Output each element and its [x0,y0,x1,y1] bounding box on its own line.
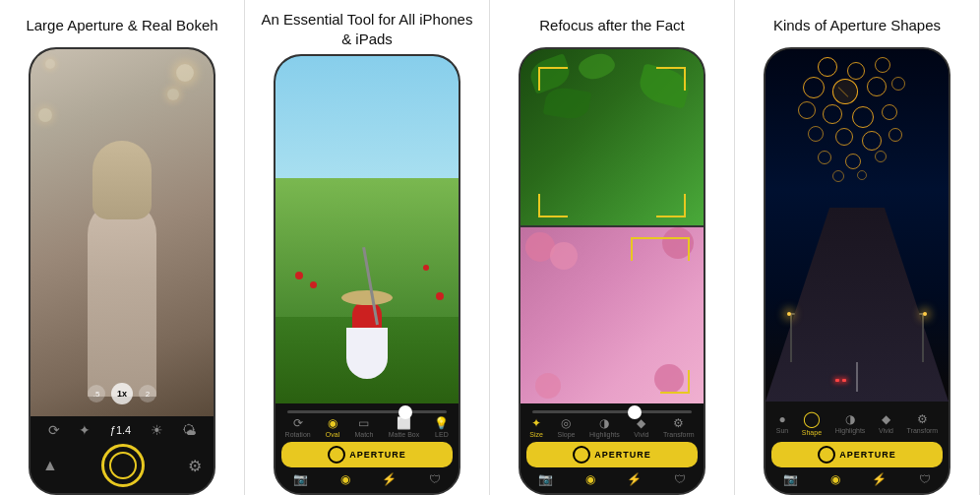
phone-1-toolbar: ⟳ ✦ ƒ1.4 ☀ 🌤 ▲ ⚙ [31,416,214,493]
aperture-inner-ring [109,452,137,479]
iso-dot-1x[interactable]: 1x [111,383,133,404]
sparkle-icon[interactable]: ✦ [79,422,91,438]
phone-3-screen [521,49,704,403]
phone-2-toolbar: ⟳ Rotation ◉ Oval ▭ Match ⬜ Matte Box 💡 [276,403,459,493]
tab-highlights[interactable]: ◑ Highlights [589,416,620,438]
btab-3-camera[interactable]: 📷 [538,472,553,486]
tab-transform[interactable]: ⚙ Transform [663,416,695,438]
iso-dot-05[interactable]: .5 [88,385,105,402]
slider-row-3 [522,407,702,416]
size-label: Size [529,431,543,438]
led-label: LED [435,431,449,438]
aperture-bar-2[interactable]: APERTURE [281,442,453,467]
focus-bracket-tl-1 [538,67,568,91]
oval-icon: ◉ [328,416,337,430]
vivid-shape-label: Vivid [879,427,893,434]
iso-dot-2[interactable]: 2 [139,385,156,402]
settings-gear-icon[interactable]: ⚙ [188,457,202,475]
aperture-bar-icon-3 [573,446,590,464]
shape-highlights[interactable]: ◑ Highlights [835,412,866,434]
slider-track-2[interactable] [287,410,447,413]
slider-row-2 [277,407,457,416]
shape-vivid[interactable]: ◆ Vivid [879,412,893,434]
sun-icon[interactable]: ☀ [151,422,163,438]
oval-shape-icon: ◯ [803,409,821,428]
focus-bracket-br-2 [660,370,690,394]
btab-3-shield[interactable]: 🛡 [674,472,686,486]
panel-3: Refocus after the Fact [490,0,735,495]
rotate-icon[interactable]: ⟳ [48,422,60,438]
cloud-icon[interactable]: 🌤 [182,422,196,438]
focus-bracket-tr-1 [656,67,686,91]
panel-1: Large Aperture & Real Bokeh .5 1x 2 ⟳ [0,0,245,495]
phone-3: ✦ Size ◎ Slope ◑ Highlights ◆ Vivid ⚙ [519,47,705,495]
toolbar-tabs-2: ⟳ Rotation ◉ Oval ▭ Match ⬜ Matte Box 💡 [277,416,457,438]
aperture-bar-icon-4 [818,446,835,464]
highlights-shape-label: Highlights [835,427,866,434]
tab-rotation[interactable]: ⟳ Rotation [285,416,311,438]
tab-vivid[interactable]: ◆ Vivid [634,416,648,438]
match-label: Match [354,431,373,438]
aperture-f-icon[interactable]: ƒ1.4 [110,424,131,436]
btab-aperture[interactable]: ◉ [340,472,350,486]
btab-4-aperture[interactable]: ◉ [830,472,840,486]
oval-shape-label: Shape [802,429,822,436]
sun-shape-label: Sun [776,427,788,434]
aperture-bar-3[interactable]: APERTURE [526,442,698,467]
phone-4: ● Sun ◯ Shape ◑ Highlights ◆ Vivid ⚙ T [764,47,950,495]
focus-bracket-bl-1 [538,194,568,217]
mattebox-label: Matte Box [389,431,420,438]
main-controls: ▲ ⚙ [38,444,206,487]
shape-oval[interactable]: ◯ Shape [802,409,822,436]
slope-icon: ◎ [561,416,571,430]
shape-transform[interactable]: ⚙ Transform [907,412,939,434]
aperture-bar-4[interactable]: APERTURE [771,442,943,467]
tab-match[interactable]: ▭ Match [354,416,373,438]
panel-2-title: An Essential Tool for All iPhones & iPad… [253,6,481,54]
focus-bracket-br-1 [656,194,686,217]
highlights-label: Highlights [589,431,620,438]
shapes-row: ● Sun ◯ Shape ◑ Highlights ◆ Vivid ⚙ T [767,405,947,440]
btab-4-shield[interactable]: 🛡 [919,472,931,486]
highlights-icon: ◑ [599,416,609,430]
chevron-up-icon[interactable]: ▲ [42,457,58,474]
refocus-bottom-image [521,227,704,403]
tab-slope[interactable]: ◎ Slope [558,416,576,438]
phone-4-screen [766,49,949,402]
aperture-shutter-button[interactable] [101,444,145,487]
panel-2: An Essential Tool for All iPhones & iPad… [245,0,490,495]
panel-4-title: Kinds of Aperture Shapes [771,6,943,47]
shape-sun[interactable]: ● Sun [776,412,788,434]
panel-4: Kinds of Aperture Shapes [735,0,980,495]
btab-3-flash[interactable]: ⚡ [627,472,642,486]
vivid-icon: ◆ [637,416,645,430]
aperture-bar-icon-2 [328,446,345,464]
aperture-bar-label-4: APERTURE [839,450,896,460]
toolbar-tabs-3: ✦ Size ◎ Slope ◑ Highlights ◆ Vivid ⚙ [522,416,702,438]
phone-1: .5 1x 2 ⟳ ✦ ƒ1.4 ☀ 🌤 ▲ ⚙ [29,47,215,495]
bottom-tabs-4: 📷 ◉ ⚡ 🛡 [767,469,947,489]
slider-track-3[interactable] [532,410,692,413]
tab-matte-box[interactable]: ⬜ Matte Box [389,416,420,438]
phone-3-toolbar: ✦ Size ◎ Slope ◑ Highlights ◆ Vivid ⚙ [521,403,704,493]
rotation-label: Rotation [285,431,311,438]
tab-oval[interactable]: ◉ Oval [326,416,339,438]
focus-bracket-tl-2 [631,237,660,261]
bottom-tabs-3: 📷 ◉ ⚡ 🛡 [522,469,702,489]
btab-3-aperture[interactable]: ◉ [585,472,595,486]
transform-label: Transform [663,431,695,438]
tab-led[interactable]: 💡 LED [434,416,449,438]
btab-flash[interactable]: ⚡ [382,472,397,486]
btab-camera[interactable]: 📷 [293,472,308,486]
btab-shield[interactable]: 🛡 [429,472,441,486]
oval-label: Oval [326,431,339,438]
panel-3-title: Refocus after the Fact [537,6,687,47]
toolbar-icons-row: ⟳ ✦ ƒ1.4 ☀ 🌤 [38,422,206,438]
transform-shape-icon: ⚙ [917,412,928,426]
refocus-top-image [521,49,704,225]
btab-4-camera[interactable]: 📷 [783,472,798,486]
transform-icon: ⚙ [673,416,684,430]
highlights-shape-icon: ◑ [845,412,855,426]
tab-size[interactable]: ✦ Size [529,416,543,438]
btab-4-flash[interactable]: ⚡ [872,472,887,486]
